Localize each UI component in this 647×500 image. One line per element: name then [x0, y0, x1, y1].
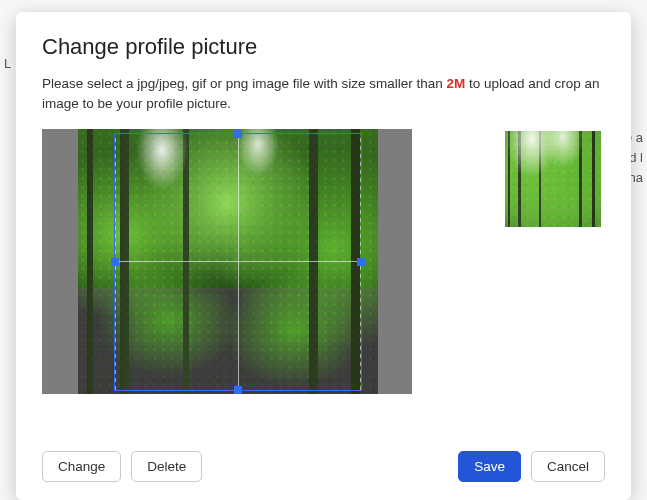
- change-profile-picture-dialog: Change profile picture Please select a j…: [16, 12, 631, 500]
- bg-fragment: d l: [629, 150, 643, 165]
- crop-stage[interactable]: [42, 129, 412, 394]
- crop-handle-bottom[interactable]: [234, 386, 242, 394]
- crop-handle-left[interactable]: [111, 258, 119, 266]
- dialog-footer: Change Delete Save Cancel: [42, 451, 605, 482]
- bg-fragment: L: [4, 56, 11, 71]
- change-button[interactable]: Change: [42, 451, 121, 482]
- dialog-title: Change profile picture: [42, 34, 605, 60]
- delete-button[interactable]: Delete: [131, 451, 202, 482]
- crop-workarea: [42, 129, 605, 435]
- crop-grid: [115, 134, 361, 390]
- dialog-instruction: Please select a jpg/jpeg, gif or png ima…: [42, 74, 605, 113]
- profile-preview: [505, 131, 601, 227]
- crop-selection[interactable]: [114, 133, 362, 391]
- crop-handle-top[interactable]: [234, 130, 242, 138]
- size-limit: 2M: [446, 76, 465, 91]
- save-button[interactable]: Save: [458, 451, 521, 482]
- instruction-text-pre: Please select a jpg/jpeg, gif or png ima…: [42, 76, 446, 91]
- crop-handle-right[interactable]: [357, 258, 365, 266]
- cancel-button[interactable]: Cancel: [531, 451, 605, 482]
